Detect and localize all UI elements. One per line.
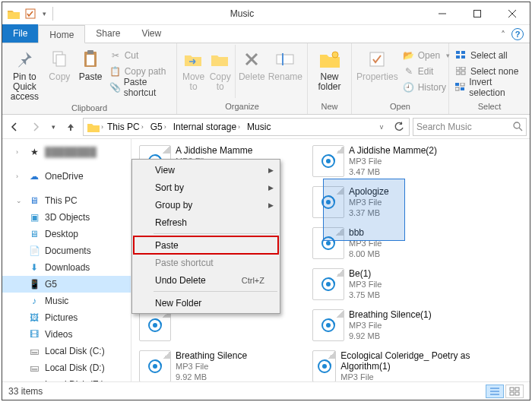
paste-shortcut-button[interactable]: 📎Paste shortcut	[108, 80, 172, 95]
history-button[interactable]: 🕘History	[401, 80, 451, 95]
file-item[interactable]: ApologizeMP3 File3.37 MB	[309, 185, 477, 224]
tree-desktop[interactable]: 🖥Desktop	[2, 226, 131, 242]
delete-icon	[240, 48, 263, 71]
cm-refresh[interactable]: Refresh	[134, 214, 278, 231]
collapse-ribbon-icon[interactable]: ˄	[501, 30, 505, 40]
tree-music[interactable]: ♪Music	[2, 293, 131, 309]
group-label-clipboard: Clipboard	[7, 102, 172, 114]
search-input[interactable]: Search Music	[413, 118, 527, 136]
svg-marker-12	[185, 55, 201, 66]
svg-rect-21	[456, 51, 460, 54]
new-folder-button[interactable]: New folder	[312, 45, 347, 92]
cm-view[interactable]: View▶	[134, 161, 278, 179]
rename-button[interactable]: Rename	[268, 45, 302, 82]
tree-local-c[interactable]: 🖴Local Disk (C:)	[2, 343, 131, 359]
mp3-file-icon	[312, 309, 344, 341]
address-bar[interactable]: › This PC› G5› Internal storage› Music v	[83, 118, 410, 136]
tree-downloads[interactable]: ⬇Downloads	[2, 259, 131, 276]
crumb-this-pc[interactable]: This PC›	[104, 119, 147, 135]
up-button[interactable]	[62, 118, 80, 136]
tree-quick-access[interactable]: ›★████████	[2, 144, 131, 160]
copy-button[interactable]: Copy	[46, 45, 74, 82]
file-item[interactable]: Ecological Coleridge_ Poetry as Algorith…	[309, 349, 477, 381]
help-icon[interactable]: ?	[511, 28, 524, 40]
file-item[interactable]: Breathing SilenceMP3 File9.92 MB	[136, 349, 303, 381]
tab-view[interactable]: View	[131, 24, 172, 43]
ribbon-tabs: File Home Share View ˄ ?	[2, 25, 530, 43]
rename-icon	[274, 48, 296, 71]
cm-undo-delete[interactable]: Undo DeleteCtrl+Z	[134, 271, 278, 289]
file-size: 9.92 MB	[176, 372, 247, 381]
crumb-g5[interactable]: G5›	[147, 119, 169, 135]
view-details-button[interactable]	[486, 385, 504, 398]
properties-icon	[366, 48, 388, 71]
item-count: 33 items	[8, 386, 43, 397]
tree-this-pc[interactable]: ⌄🖥This PC	[2, 192, 131, 209]
mp3-file-icon	[139, 350, 171, 381]
file-item[interactable]: Be(1)MP3 File3.75 MB	[309, 267, 477, 306]
svg-rect-29	[455, 83, 459, 86]
file-item[interactable]: Breathing Silence(1)MP3 File9.92 MB	[309, 308, 477, 347]
cm-paste[interactable]: Paste	[134, 236, 278, 254]
close-button[interactable]	[495, 2, 530, 25]
recent-locations-button[interactable]: ▾	[48, 118, 59, 136]
drive-icon: 🖴	[28, 362, 40, 374]
back-button[interactable]	[5, 118, 24, 136]
file-name: Breathing Silence(1)	[349, 309, 432, 320]
tree-local-d[interactable]: 🖴Local Disk (D:)	[2, 359, 131, 376]
cm-separator	[154, 233, 277, 234]
tree-local-e[interactable]: 🖴Local Disk (E:)	[2, 376, 131, 381]
refresh-icon[interactable]	[391, 122, 407, 132]
paste-button[interactable]: Paste	[77, 45, 105, 82]
crumb-sep-icon[interactable]: ›	[101, 123, 103, 131]
phone-icon: 📱	[28, 278, 40, 290]
invert-selection-button[interactable]: Invert selection	[454, 80, 525, 95]
qat-dropdown-icon[interactable]: ▾	[40, 7, 48, 21]
file-name: bbb	[349, 227, 382, 238]
crumb-music[interactable]: Music	[244, 119, 274, 135]
minimize-button[interactable]	[425, 2, 460, 25]
pin-icon	[13, 48, 36, 71]
cm-new-folder[interactable]: New Folder	[134, 294, 278, 312]
svg-point-63	[322, 364, 327, 369]
tree-documents[interactable]: 📄Documents	[2, 242, 131, 259]
edit-icon: ✎	[403, 65, 415, 78]
tree-onedrive[interactable]: ›☁OneDrive	[2, 168, 131, 185]
open-button[interactable]: 📂Open▾	[401, 48, 451, 63]
svg-rect-30	[461, 83, 464, 86]
select-all-button[interactable]: Select all	[454, 48, 525, 63]
cut-button[interactable]: ✂Cut	[108, 48, 172, 63]
delete-button[interactable]: Delete	[239, 45, 265, 82]
tab-home[interactable]: Home	[38, 25, 85, 43]
copy-to-button[interactable]: Copy to	[208, 45, 232, 92]
tree-pictures[interactable]: 🖼Pictures	[2, 309, 131, 326]
context-menu: View▶ Sort by▶ Group by▶ Refresh Paste P…	[131, 159, 280, 314]
properties-button[interactable]: Properties	[356, 45, 398, 82]
cm-paste-shortcut[interactable]: Paste shortcut	[134, 254, 278, 271]
tree-g5[interactable]: 📱G5	[2, 276, 131, 293]
properties-qat-icon[interactable]	[24, 7, 37, 21]
pictures-icon: 🖼	[28, 312, 40, 324]
cm-sort-by[interactable]: Sort by▶	[134, 179, 278, 196]
tab-share[interactable]: Share	[85, 24, 131, 43]
forward-button[interactable]	[27, 118, 45, 136]
view-large-icons-button[interactable]	[505, 385, 524, 398]
history-icon: 🕘	[403, 81, 415, 93]
tree-3d-objects[interactable]: ▣3D Objects	[2, 209, 131, 226]
search-icon	[513, 122, 523, 131]
documents-icon: 📄	[28, 245, 40, 257]
svg-point-45	[153, 323, 157, 328]
move-to-button[interactable]: Move to	[182, 45, 205, 92]
tab-file[interactable]: File	[2, 24, 38, 43]
tree-videos[interactable]: 🎞Videos	[2, 326, 131, 343]
svg-rect-27	[456, 71, 460, 74]
crumb-internal-storage[interactable]: Internal storage›	[170, 119, 243, 135]
download-icon: ⬇	[28, 261, 40, 274]
file-item[interactable]: bbbMP3 File8.00 MB	[309, 226, 477, 265]
cm-group-by[interactable]: Group by▶	[134, 196, 278, 214]
pin-quick-access-button[interactable]: Pin to Quick access	[7, 45, 43, 102]
edit-button[interactable]: ✎Edit	[401, 64, 451, 79]
addr-dropdown-icon[interactable]: v	[373, 123, 390, 131]
file-item[interactable]: A Jiddishe Mamme(2)MP3 File3.47 MB	[309, 144, 477, 183]
maximize-button[interactable]	[460, 2, 495, 25]
